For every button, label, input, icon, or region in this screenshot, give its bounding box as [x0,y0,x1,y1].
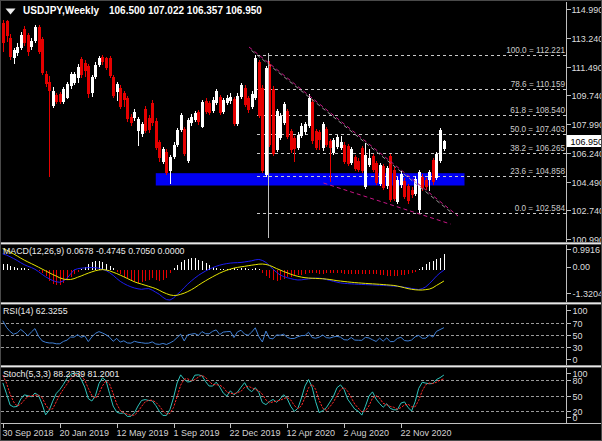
candle-body [13,50,16,58]
candle-body [411,190,414,196]
candle-body [443,141,446,148]
candle [212,97,215,113]
candle-body [23,29,26,44]
candle-body [290,131,293,150]
candle [407,184,410,204]
candle [300,123,303,138]
layer-macd: 0.99160.00-1.3204MACD(12,26,9) 0.0678 -0… [3,245,602,301]
candle [101,55,104,65]
candle-body [322,124,325,148]
candle [27,33,30,56]
candle [322,122,325,151]
candle-body [240,85,243,96]
candle [133,109,136,120]
candle [286,109,289,139]
candle [229,93,232,103]
time-axis-label: 22 Nov 2020 [401,428,452,438]
chart-canvas[interactable]: 100.0 = 112.22178.6 = 110.15961.8 = 108.… [1,1,602,441]
candle [23,26,26,45]
price-axis-label: 102.740 [572,206,602,216]
trendline-object[interactable] [324,183,451,224]
fib-level-label: 61.8 = 108.540 [510,106,565,115]
candle-body [435,154,438,178]
candle [9,34,12,60]
candle-body [165,152,168,174]
candle-body [332,140,335,152]
fib-level-label: 23.6 = 104.858 [510,167,565,176]
candle [403,178,406,199]
separator-bot [1,304,602,305]
pane-separator[interactable] [1,365,602,368]
candle [208,101,211,116]
candle-body [151,103,154,123]
candle-body [379,165,382,184]
candle [151,100,154,125]
symbol-period-label[interactable]: USDJPY,Weekly [23,5,99,16]
candle-body [205,101,208,112]
rsi-scale-label: 0 [573,355,578,365]
separator-mid [1,243,602,244]
separator-bot [1,244,602,245]
candle [382,164,385,190]
candle [130,114,133,126]
candle-body [343,145,346,162]
time-axis-label: 1 Sep 2019 [174,428,220,438]
candle-body [176,130,179,145]
candle [162,147,165,164]
candle [126,96,129,122]
candle-body [105,58,108,68]
candle-body [418,172,421,210]
fib-level-label: 38.2 = 106.265 [510,144,565,153]
rsi-pane-title: RSI(14) 62.3255 [3,306,68,316]
chart-window: USDJPY,Weekly 106.500 107.022 106.357 10… [0,0,602,441]
candle-body [34,27,37,41]
candle [375,161,378,186]
candle-body [226,98,229,103]
candle-body [297,135,300,149]
price-axis-label: 107.990 [572,120,602,130]
separator-top [1,365,602,366]
candle [283,102,286,125]
candle-body [251,94,254,108]
candle-body [2,23,5,43]
candle-body [425,180,428,187]
macd-scale-label: 0.9916 [573,245,601,255]
candle-body [91,77,94,93]
candle [84,60,87,77]
candle-body [201,102,204,127]
pane-separator[interactable] [1,242,602,245]
candle-body [183,129,186,154]
candle-body [236,96,239,124]
rsi-scale-label: 50 [573,331,583,341]
candle [148,115,151,133]
candle-body [400,174,403,185]
candle-body [169,157,172,171]
candle-body [9,38,12,57]
candle [297,132,300,150]
candle [361,146,364,173]
candle-body [403,181,406,197]
candle [197,110,200,125]
pane-separator[interactable] [1,302,602,305]
candle-body [73,74,76,83]
candle-body [148,118,151,131]
candle-body [329,141,332,148]
rsi-line [3,321,444,344]
candle [290,129,293,153]
layer-time: 30 Sep 201820 Jan 201912 May 20191 Sep 2… [1,424,602,438]
price-axis-label: 113.240 [572,34,602,44]
candle [194,111,197,122]
candle [94,62,97,78]
candle-body [272,89,275,154]
candle [80,57,83,79]
rsi-scale-label: 30 [573,343,583,353]
candle [261,85,264,173]
candle [30,38,33,50]
candle [41,37,44,75]
candle [219,95,222,116]
stoch-pane-title: Stoch(5,3,3) 88.2339 81.2001 [3,369,120,379]
candle [236,93,239,126]
symbol-dropdown-icon[interactable] [5,7,16,15]
fib-level-label: 0.0 = 102.584 [515,204,566,213]
candle [315,129,318,150]
